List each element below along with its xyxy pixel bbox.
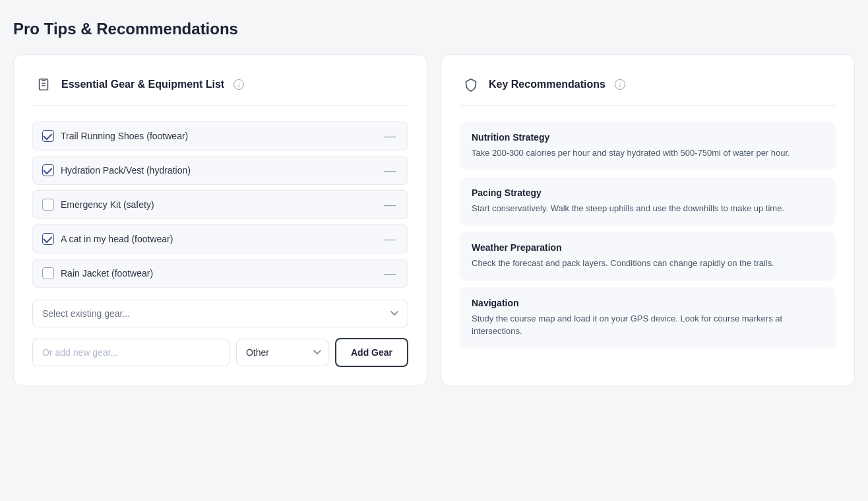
gear-list-item: Rain Jacket (footwear) — (32, 259, 408, 288)
gear-list-item: Emergency Kit (safety) — (32, 190, 408, 219)
add-gear-input[interactable] (32, 339, 230, 366)
gear-checkbox[interactable] (42, 164, 54, 176)
recommendation-title: Navigation (472, 298, 824, 308)
clipboard-icon (32, 73, 55, 96)
recommendation-body: Check the forecast and pack layers. Cond… (472, 257, 824, 270)
recommendation-body: Start conservatively. Walk the steep uph… (472, 202, 824, 215)
gear-checkbox[interactable] (42, 233, 54, 245)
gear-item-left: Trail Running Shoes (footwear) (42, 130, 188, 142)
gear-item-label: Trail Running Shoes (footwear) (61, 131, 188, 141)
remove-gear-button[interactable]: — (381, 199, 398, 211)
recommendation-item: Weather Preparation Check the forecast a… (460, 232, 836, 281)
gear-card: Essential Gear & Equipment List i Trail … (13, 54, 427, 386)
gear-card-header: Essential Gear & Equipment List i (32, 73, 408, 106)
gear-checkbox[interactable] (42, 199, 54, 211)
gear-item-left: A cat in my head (footwear) (42, 233, 173, 245)
gear-item-label: A cat in my head (footwear) (61, 234, 173, 244)
recommendation-item: Navigation Study the course map and load… (460, 287, 836, 349)
gear-item-left: Rain Jacket (footwear) (42, 267, 153, 279)
recommendations-info-icon[interactable]: i (615, 79, 625, 90)
page-title: Pro Tips & Recommendations (13, 20, 855, 38)
gear-item-label: Rain Jacket (footwear) (61, 268, 153, 279)
remove-gear-button[interactable]: — (381, 233, 398, 245)
gear-item-label: Emergency Kit (safety) (61, 199, 154, 210)
recommendation-body: Take 200-300 calories per hour and stay … (472, 147, 824, 160)
shield-icon (460, 73, 482, 96)
gear-list-item: Trail Running Shoes (footwear) — (32, 121, 408, 150)
recommendations-list: Nutrition Strategy Take 200-300 calories… (460, 121, 836, 349)
gear-info-icon[interactable]: i (233, 79, 244, 90)
remove-gear-button[interactable]: — (381, 130, 398, 142)
gear-item-label: Hydration Pack/Vest (hydration) (61, 165, 191, 176)
recommendations-card: Key Recommendations i Nutrition Strategy… (441, 54, 855, 386)
recommendations-card-header: Key Recommendations i (460, 73, 836, 106)
recommendation-item: Pacing Strategy Start conservatively. Wa… (460, 177, 836, 226)
existing-gear-select[interactable]: Select existing gear... (32, 300, 408, 327)
main-layout: Essential Gear & Equipment List i Trail … (13, 54, 855, 386)
gear-item-left: Emergency Kit (safety) (42, 199, 154, 211)
recommendation-item: Nutrition Strategy Take 200-300 calories… (460, 121, 836, 170)
recommendation-title: Nutrition Strategy (472, 132, 824, 143)
recommendation-title: Weather Preparation (472, 242, 824, 253)
gear-item-left: Hydration Pack/Vest (hydration) (42, 164, 191, 176)
add-gear-button[interactable]: Add Gear (335, 338, 408, 367)
gear-list: Trail Running Shoes (footwear) — Hydrati… (32, 121, 408, 288)
recommendation-body: Study the course map and load it on your… (472, 312, 824, 338)
add-gear-row: OtherFootwearHydrationSafetyNavigation A… (32, 338, 408, 367)
remove-gear-button[interactable]: — (381, 267, 398, 279)
recommendation-title: Pacing Strategy (472, 187, 824, 198)
remove-gear-button[interactable]: — (381, 164, 398, 176)
gear-checkbox[interactable] (42, 267, 54, 279)
select-section: Select existing gear... (32, 300, 408, 327)
gear-checkbox[interactable] (42, 130, 54, 142)
gear-list-item: A cat in my head (footwear) — (32, 224, 408, 253)
gear-card-title: Essential Gear & Equipment List (61, 79, 224, 90)
recommendations-card-title: Key Recommendations (489, 79, 605, 90)
category-select[interactable]: OtherFootwearHydrationSafetyNavigation (236, 339, 328, 366)
gear-list-item: Hydration Pack/Vest (hydration) — (32, 156, 408, 185)
